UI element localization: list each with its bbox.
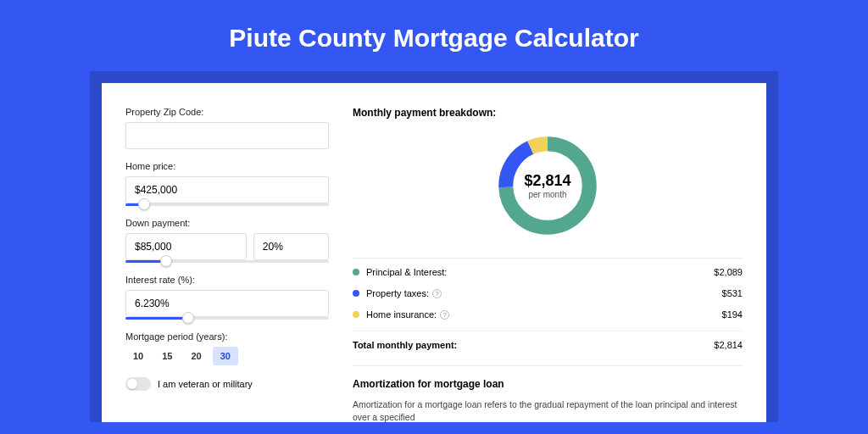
page-title: Piute County Mortgage Calculator	[0, 0, 868, 71]
rate-slider[interactable]	[125, 317, 329, 320]
period-option-20[interactable]: 20	[184, 347, 209, 365]
donut-chart: $2,814 per month	[492, 131, 603, 241]
down-group: Down payment:	[125, 218, 329, 263]
rate-input[interactable]	[125, 290, 329, 317]
legend-value: $531	[722, 288, 743, 298]
amortization-heading: Amortization for mortgage loan	[353, 378, 743, 390]
legend-value: $2,089	[714, 267, 743, 277]
card-shadow: Property Zip Code: Home price: Down paym…	[90, 71, 778, 422]
veteran-row: I am veteran or military	[125, 377, 329, 391]
period-group: Mortgage period (years): 10152030	[125, 331, 329, 365]
down-label: Down payment:	[125, 218, 329, 228]
legend-row: Principal & Interest:$2,089	[353, 267, 743, 277]
veteran-label: I am veteran or military	[158, 379, 253, 389]
legend-dot	[353, 311, 359, 318]
price-input[interactable]	[125, 176, 329, 203]
down-slider[interactable]	[125, 260, 329, 263]
donut-chart-wrap: $2,814 per month	[353, 131, 743, 241]
donut-center-amount: $2,814	[524, 172, 570, 190]
help-icon[interactable]: ?	[432, 289, 442, 298]
period-option-15[interactable]: 15	[154, 347, 180, 365]
period-options: 10152030	[125, 347, 329, 365]
donut-center-sub: per month	[528, 190, 566, 199]
down-percent-input[interactable]	[253, 233, 329, 260]
legend-dot	[353, 269, 359, 275]
legend-label: Home insurance: ?	[366, 309, 722, 320]
amortization-section: Amortization for mortgage loan Amortizat…	[353, 365, 743, 422]
zip-input[interactable]	[125, 122, 329, 149]
veteran-toggle[interactable]	[125, 377, 151, 391]
legend-row: Home insurance: ?$194	[353, 309, 743, 320]
rate-group: Interest rate (%):	[125, 275, 329, 320]
price-label: Home price:	[125, 161, 329, 171]
results-panel: Monthly payment breakdown: $2,814 per mo…	[353, 107, 743, 405]
legend-label: Principal & Interest:	[366, 267, 714, 277]
legend-value: $194	[722, 309, 743, 320]
total-value: $2,814	[714, 340, 743, 350]
period-label: Mortgage period (years):	[125, 331, 329, 342]
legend: Principal & Interest:$2,089Property taxe…	[353, 258, 743, 350]
legend-dot	[353, 290, 359, 297]
zip-group: Property Zip Code:	[125, 107, 329, 149]
form-panel: Property Zip Code: Home price: Down paym…	[125, 107, 329, 405]
rate-label: Interest rate (%):	[125, 275, 329, 285]
price-slider[interactable]	[125, 203, 329, 206]
down-amount-input[interactable]	[125, 233, 247, 260]
legend-label: Property taxes: ?	[366, 288, 722, 298]
total-row: Total monthly payment:$2,814	[353, 331, 743, 350]
breakdown-heading: Monthly payment breakdown:	[353, 107, 743, 119]
period-option-10[interactable]: 10	[125, 347, 151, 365]
zip-label: Property Zip Code:	[125, 107, 329, 117]
price-group: Home price:	[125, 161, 329, 206]
help-icon[interactable]: ?	[440, 310, 449, 320]
amortization-body: Amortization for a mortgage loan refers …	[353, 398, 743, 422]
legend-row: Property taxes: ?$531	[353, 288, 743, 298]
calculator-card: Property Zip Code: Home price: Down paym…	[102, 83, 766, 422]
total-label: Total monthly payment:	[353, 340, 714, 350]
period-option-30[interactable]: 30	[213, 347, 238, 365]
